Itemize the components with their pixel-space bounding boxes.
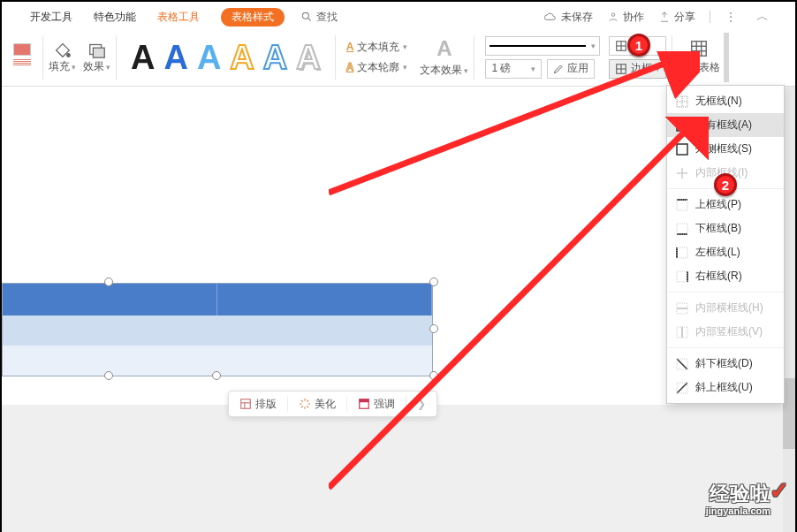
- svg-rect-12: [692, 42, 707, 57]
- line-weight-dropdown[interactable]: 1 磅▾: [485, 59, 542, 79]
- table-row[interactable]: [3, 284, 432, 315]
- table-row[interactable]: [3, 315, 432, 346]
- svg-rect-38: [677, 271, 687, 282]
- search-icon: [300, 11, 316, 23]
- expand-button[interactable]: ❯: [406, 398, 436, 410]
- svg-line-43: [677, 359, 687, 369]
- check-icon: ✓: [770, 477, 790, 505]
- svg-point-2: [611, 13, 615, 16]
- text-effect-icon: A: [436, 36, 452, 61]
- svg-rect-34: [677, 224, 687, 234]
- inside-h-icon: [676, 302, 688, 315]
- menu-dev-tools[interactable]: 开发工具: [30, 10, 72, 25]
- text-style-5[interactable]: A: [263, 41, 287, 74]
- cloud-icon: [543, 11, 558, 22]
- svg-rect-5: [93, 48, 104, 57]
- menu-inside-v-border: 内部竖框线(V): [667, 320, 784, 344]
- inside-v-icon: [676, 326, 688, 338]
- diag-down-icon: [676, 358, 688, 370]
- watermark: 经验啦✓ jingyanla.com: [706, 481, 770, 516]
- inside-border-icon: [676, 167, 688, 179]
- line-style-dropdown[interactable]: ▾: [485, 36, 600, 56]
- text-outline-dropdown[interactable]: A 文本轮廓▾: [346, 60, 408, 75]
- fill-lines-icon: [13, 59, 31, 70]
- emphasis-button[interactable]: 强调: [347, 397, 406, 412]
- text-fill-dropdown[interactable]: A 文本填充▾: [346, 40, 408, 55]
- apply-button[interactable]: 应用: [547, 59, 595, 79]
- selection-handle[interactable]: [429, 324, 438, 333]
- text-style-gallery[interactable]: A A A A A A: [122, 41, 330, 74]
- menu-right-border[interactable]: 右框线(R): [667, 264, 784, 288]
- beautify-button[interactable]: 美化: [288, 397, 346, 412]
- no-border-icon: [676, 95, 688, 108]
- ribbon-scrollbar[interactable]: [724, 33, 729, 82]
- share-button[interactable]: 分享: [658, 10, 695, 25]
- text-style-1[interactable]: A: [131, 41, 155, 74]
- search-button[interactable]: 查找: [300, 10, 338, 25]
- more-icon[interactable]: ⋮: [725, 10, 737, 24]
- fill-dropdown[interactable]: 填充▾: [49, 40, 76, 74]
- scrollbar-thumb[interactable]: [783, 378, 795, 449]
- menu-inside-h-border: 内部横框线(H): [667, 296, 784, 320]
- menu-all-borders[interactable]: 所有框线(A): [667, 113, 784, 137]
- text-style-3[interactable]: A: [197, 41, 221, 74]
- menu-no-border[interactable]: 无框线(N): [667, 89, 784, 113]
- text-style-6[interactable]: A: [296, 41, 320, 74]
- menubar: 开发工具 特色功能 表格工具 表格样式 查找 未保存 协作 分享 ⋮ ︿: [2, 5, 795, 28]
- annotation-badge-2: 2: [714, 173, 737, 196]
- border-dropdown-button[interactable]: 边框▾: [609, 59, 666, 79]
- selection-handle[interactable]: [104, 371, 113, 380]
- left-border-icon: [676, 247, 688, 259]
- menu-features[interactable]: 特色功能: [94, 10, 136, 25]
- text-style-2[interactable]: A: [163, 41, 187, 74]
- collapse-icon[interactable]: ︿: [756, 9, 769, 25]
- bottom-border-icon: [676, 223, 688, 235]
- selection-handle[interactable]: [104, 277, 113, 286]
- menu-diag-up[interactable]: 斜上框线(U): [667, 376, 784, 399]
- right-border-icon: [676, 270, 688, 283]
- collab-icon: [607, 11, 619, 23]
- top-border-icon: [676, 199, 688, 211]
- text-style-4[interactable]: A: [230, 41, 254, 74]
- menu-outside-border[interactable]: 外侧框线(S): [667, 137, 784, 161]
- menu-bottom-border[interactable]: 下框线(B): [667, 217, 784, 240]
- diag-up-icon: [676, 382, 688, 394]
- menu-table-tools[interactable]: 表格工具: [157, 10, 200, 25]
- share-icon: [658, 11, 671, 23]
- fill-bucket-icon: [53, 40, 72, 59]
- svg-rect-17: [241, 399, 251, 409]
- border-icon: [615, 63, 627, 75]
- menu-diag-down[interactable]: 斜下框线(D): [667, 352, 784, 376]
- svg-rect-32: [677, 200, 687, 210]
- effect-dropdown[interactable]: 效果▾: [83, 40, 110, 74]
- collab-button[interactable]: 协作: [607, 10, 644, 25]
- separator: [710, 11, 710, 23]
- ribbon: 填充▾ 效果▾ A A A A A A A 文本填充▾ A 文本轮廓▾: [2, 28, 795, 87]
- all-border-icon: [676, 119, 688, 132]
- vertical-scrollbar[interactable]: [783, 87, 795, 532]
- menu-table-style[interactable]: 表格样式: [221, 8, 285, 27]
- selection-handle[interactable]: [429, 277, 438, 286]
- text-fill-icon: A: [346, 41, 354, 53]
- text-effect-dropdown[interactable]: A 文本效果▾: [420, 36, 468, 78]
- svg-point-3: [66, 54, 70, 57]
- svg-line-1: [308, 19, 311, 21]
- menu-left-border[interactable]: 左框线(L): [667, 240, 784, 264]
- svg-rect-28: [677, 144, 687, 155]
- emphasis-icon: [358, 398, 370, 410]
- fill-color-swatch[interactable]: [13, 43, 31, 56]
- context-toolbar[interactable]: 排版 美化 强调 ❯: [228, 391, 437, 417]
- menu-top-border[interactable]: 上框线(P): [667, 193, 784, 217]
- effect-icon: [87, 40, 107, 59]
- table-object[interactable]: [2, 283, 433, 376]
- layout-icon: [239, 398, 252, 410]
- selection-handle[interactable]: [429, 371, 438, 380]
- layout-button[interactable]: 排版: [229, 397, 287, 412]
- text-outline-icon: A: [346, 61, 354, 73]
- clear-table-button[interactable]: 清除表格: [678, 39, 720, 75]
- svg-rect-21: [360, 399, 369, 403]
- selection-handle[interactable]: [212, 371, 221, 380]
- eraser-icon: [689, 39, 709, 58]
- border-menu: 无框线(N) 所有框线(A) 外侧框线(S) 内部框线(I) 上框线(P) 下框…: [666, 85, 785, 404]
- unsaved-indicator[interactable]: 未保存: [543, 10, 593, 25]
